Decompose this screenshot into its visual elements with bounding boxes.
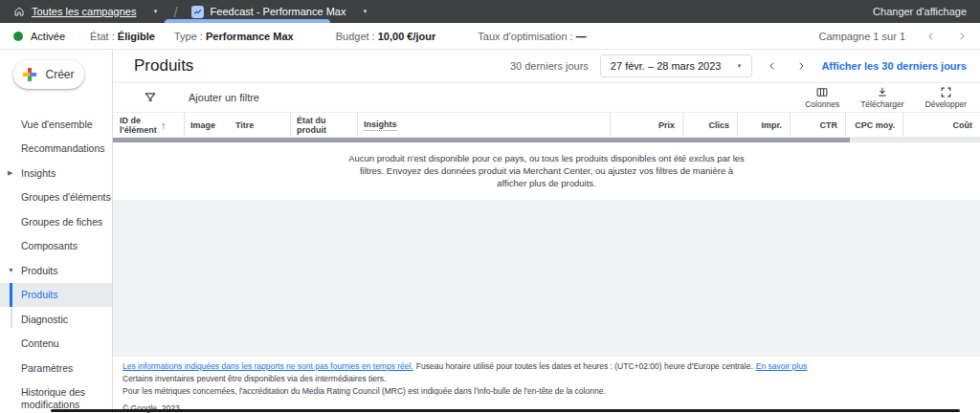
table-toolbar: Ajouter un filtre Colonnes Télécharger bbox=[113, 83, 980, 114]
change-view-button[interactable]: Changer d'affichage bbox=[873, 6, 967, 17]
sort-asc-icon: ↑ bbox=[161, 120, 167, 131]
columns-icon bbox=[815, 86, 829, 98]
column-header-etat-du-produit[interactable]: État du produit bbox=[290, 113, 357, 137]
add-filter-button[interactable]: Ajouter un filtre bbox=[189, 92, 259, 103]
sidebar-item-produits[interactable]: Produits bbox=[0, 283, 112, 308]
sidebar: Créer Vue d'ensemble Recommandations ▶In… bbox=[0, 50, 113, 413]
date-preset-label: 30 derniers jours bbox=[510, 60, 589, 72]
campaign-pager: Campagne 1 sur 1 bbox=[819, 31, 968, 42]
previous-campaign-button[interactable] bbox=[926, 32, 936, 41]
empty-table-area bbox=[113, 200, 980, 357]
download-icon bbox=[876, 86, 889, 98]
date-range-controls: 30 derniers jours 27 févr. – 28 mars 202… bbox=[510, 54, 967, 77]
columns-button[interactable]: Colonnes bbox=[805, 86, 839, 109]
filter-icon[interactable] bbox=[144, 91, 157, 104]
all-campaigns-breadcrumb[interactable]: Toutes les campagnes ▼ bbox=[13, 6, 158, 17]
chevron-down-icon: ▼ bbox=[8, 267, 14, 273]
column-header-prix[interactable]: Prix bbox=[610, 113, 682, 137]
column-header-id[interactable]: ID de l'élément ↑ bbox=[120, 113, 184, 137]
date-range-value: 27 févr. – 28 mars 2023 bbox=[611, 60, 722, 72]
performance-max-icon bbox=[191, 6, 204, 18]
next-campaign-button[interactable] bbox=[957, 32, 967, 41]
home-icon bbox=[13, 6, 25, 17]
campaign-status[interactable]: Activée bbox=[31, 31, 65, 42]
report-footer: Les informations indiquées dans les rapp… bbox=[113, 357, 980, 413]
sidebar-menu: Vue d'ensemble Recommandations ▶Insights… bbox=[0, 112, 112, 413]
columns-label: Colonnes bbox=[805, 99, 839, 109]
previous-period-button[interactable] bbox=[768, 61, 777, 71]
type-label: Type : bbox=[174, 31, 203, 42]
sidebar-item-produits-parent[interactable]: ▼Produits bbox=[0, 258, 112, 283]
chevron-right-icon: ▶ bbox=[8, 169, 12, 177]
page-horizontal-scrollbar[interactable] bbox=[51, 409, 960, 412]
column-header-ctr[interactable]: CTR bbox=[790, 113, 845, 137]
page-header: Produits 30 derniers jours 27 févr. – 28… bbox=[113, 50, 980, 83]
expand-button[interactable]: Développer bbox=[925, 86, 967, 109]
type-pair: Type : Performance Max bbox=[174, 31, 294, 42]
create-button[interactable]: Créer bbox=[13, 60, 84, 89]
sidebar-item-contenu[interactable]: Contenu bbox=[0, 332, 112, 357]
chevron-down-icon[interactable]: ▼ bbox=[152, 9, 158, 14]
produits-subgroup: Produits Diagnostic bbox=[0, 283, 112, 332]
footer-line-realtime: Les informations indiquées dans les rapp… bbox=[122, 361, 967, 371]
sidebar-item-historique[interactable]: Historique des modifications bbox=[0, 380, 112, 413]
sidebar-item-parametres[interactable]: Paramètres bbox=[0, 356, 112, 380]
sidebar-item-groupes-delements[interactable]: Groupes d'éléments bbox=[0, 185, 112, 210]
type-value: Performance Max bbox=[206, 31, 294, 42]
expand-icon bbox=[940, 86, 952, 98]
column-header-clics[interactable]: Clics bbox=[682, 113, 737, 137]
footer-line-mrc: Pour les métriques concernées, l'accrédi… bbox=[122, 386, 967, 396]
date-range-dropdown[interactable]: 27 févr. – 28 mars 2023 ▼ bbox=[600, 54, 753, 77]
column-header-cpc-moy[interactable]: CPC moy. bbox=[845, 113, 902, 137]
sidebar-item-recommandations[interactable]: Recommandations bbox=[0, 137, 112, 162]
campaign-pager-text: Campagne 1 sur 1 bbox=[819, 31, 906, 42]
state-value: Éligible bbox=[118, 31, 155, 42]
campaign-tab[interactable]: Feedcast - Performance Max ▼ bbox=[191, 6, 368, 18]
download-button[interactable]: Télécharger bbox=[860, 86, 903, 109]
column-header-image[interactable]: Image bbox=[184, 113, 230, 137]
active-tab-indicator bbox=[165, 19, 330, 23]
budget-pair[interactable]: Budget : 10,00 €/jour bbox=[336, 31, 436, 42]
next-period-button[interactable] bbox=[796, 61, 806, 71]
expand-label: Développer bbox=[925, 99, 967, 109]
sidebar-item-vue-densemble[interactable]: Vue d'ensemble bbox=[0, 112, 112, 137]
learn-more-link[interactable]: En savoir plus bbox=[756, 361, 807, 371]
sidebar-item-diagnostic[interactable]: Diagnostic bbox=[0, 307, 112, 332]
all-campaigns-label: Toutes les campagnes bbox=[32, 6, 136, 17]
footer-line-inventory: Certains inventaires peuvent être dispon… bbox=[122, 374, 967, 383]
state-pair: État : Éligible bbox=[90, 31, 155, 42]
breadcrumb-separator: / bbox=[173, 4, 177, 20]
column-header-impr[interactable]: Impr. bbox=[737, 113, 790, 137]
scrollbar-thumb[interactable] bbox=[113, 138, 850, 142]
chevron-down-icon[interactable]: ▼ bbox=[362, 9, 368, 14]
chevron-down-icon: ▼ bbox=[736, 63, 742, 69]
state-label: État : bbox=[90, 31, 115, 42]
show-last-30-days-link[interactable]: Afficher les 30 derniers jours bbox=[821, 60, 967, 72]
column-header-titre[interactable]: Titre bbox=[230, 113, 290, 137]
sidebar-item-insights[interactable]: ▶Insights bbox=[0, 161, 112, 185]
table-horizontal-scrollbar[interactable] bbox=[113, 138, 980, 142]
column-header-cout[interactable]: Coût bbox=[902, 113, 980, 137]
optimization-label: Taux d'optimisation : bbox=[478, 31, 572, 42]
top-navigation-bar: Toutes les campagnes ▼ / Feedcast - Perf… bbox=[0, 0, 980, 23]
page-title: Produits bbox=[134, 56, 193, 76]
create-button-label: Créer bbox=[45, 68, 74, 81]
campaign-status-bar: Activée État : Éligible Type : Performan… bbox=[0, 23, 980, 50]
optimization-pair: Taux d'optimisation : — bbox=[478, 31, 586, 42]
table-header: ID de l'élément ↑ Image Titre État du pr… bbox=[120, 113, 980, 138]
toolbar-actions: Colonnes Télécharger Développer bbox=[805, 86, 967, 109]
timezone-text: Fuseau horaire utilisé pour toutes les d… bbox=[416, 361, 753, 371]
plus-icon bbox=[23, 68, 36, 81]
realtime-info-link[interactable]: Les informations indiquées dans les rapp… bbox=[122, 361, 413, 371]
campaign-tab-label: Feedcast - Performance Max bbox=[211, 6, 346, 17]
optimization-value: — bbox=[576, 31, 587, 42]
column-header-insights[interactable]: Insights bbox=[357, 113, 610, 137]
download-label: Télécharger bbox=[860, 99, 903, 109]
sidebar-item-composants[interactable]: Composants bbox=[0, 234, 112, 259]
budget-label: Budget : bbox=[336, 31, 375, 42]
sidebar-item-groupes-de-fiches[interactable]: Groupes de fiches bbox=[0, 209, 112, 234]
date-range-nav bbox=[768, 61, 806, 71]
main-content: Produits 30 derniers jours 27 févr. – 28… bbox=[113, 50, 980, 413]
status-dot-icon bbox=[13, 32, 23, 41]
budget-value: 10,00 €/jour bbox=[378, 31, 436, 42]
